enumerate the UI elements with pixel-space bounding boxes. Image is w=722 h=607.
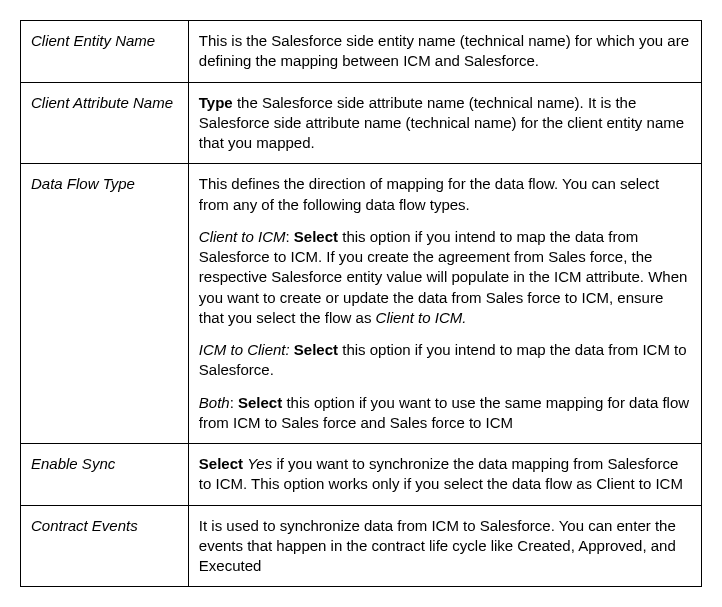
field-description: This is the Salesforce side entity name …: [188, 21, 701, 83]
text-bold: Type: [199, 94, 233, 111]
table-row: Data Flow Type This defines the directio…: [21, 164, 702, 444]
text: It is used to synchronize data from ICM …: [199, 517, 676, 575]
table-row: Contract Events It is used to synchroniz…: [21, 505, 702, 587]
field-definitions-table: Client Entity Name This is the Salesforc…: [20, 20, 702, 587]
text-italic: Yes: [247, 455, 272, 472]
table-row: Client Entity Name This is the Salesforc…: [21, 21, 702, 83]
text-bold: Select: [294, 228, 338, 245]
text-italic: Client to ICM.: [376, 309, 467, 326]
field-label: Contract Events: [21, 505, 189, 587]
text: if you want to synchronize the data mapp…: [199, 455, 683, 492]
field-description: It is used to synchronize data from ICM …: [188, 505, 701, 587]
field-description: Type the Salesforce side attribute name …: [188, 82, 701, 164]
text: :: [230, 394, 238, 411]
text: This is the Salesforce side entity name …: [199, 32, 689, 69]
text: This defines the direction of mapping fo…: [199, 175, 659, 212]
text-bold: Select: [199, 455, 243, 472]
text-italic: Client to ICM: [199, 228, 286, 245]
text-italic: Both: [199, 394, 230, 411]
text-bold: Select: [294, 341, 338, 358]
field-description: Select Yes if you want to synchronize th…: [188, 444, 701, 506]
table-row: Client Attribute Name Type the Salesforc…: [21, 82, 702, 164]
field-label: Enable Sync: [21, 444, 189, 506]
table-row: Enable Sync Select Yes if you want to sy…: [21, 444, 702, 506]
text: the Salesforce side attribute name (tech…: [199, 94, 684, 152]
text-bold: Select: [238, 394, 282, 411]
field-label: Client Attribute Name: [21, 82, 189, 164]
text: :: [286, 228, 294, 245]
text-italic: ICM to Client:: [199, 341, 290, 358]
field-label: Data Flow Type: [21, 164, 189, 444]
field-description: This defines the direction of mapping fo…: [188, 164, 701, 444]
field-label: Client Entity Name: [21, 21, 189, 83]
